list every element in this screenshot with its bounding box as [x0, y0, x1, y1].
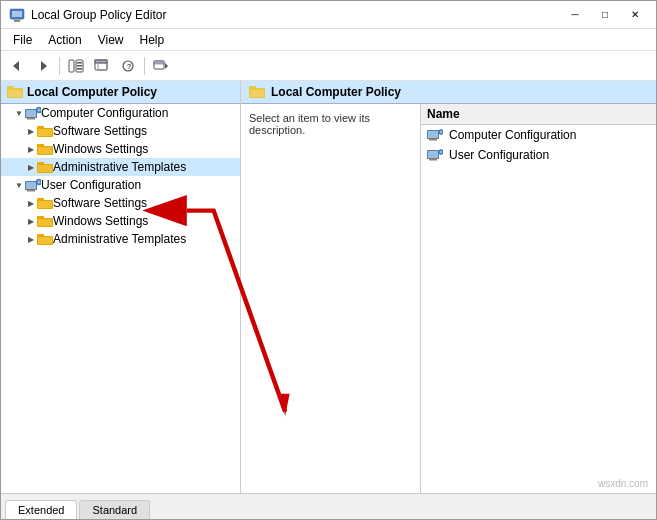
svg-rect-2: [14, 20, 20, 22]
tab-standard[interactable]: Standard: [79, 500, 150, 519]
list-computer-config-label: Computer Configuration: [449, 128, 576, 142]
right-panel-header: Local Computer Policy: [241, 81, 656, 104]
svg-rect-8: [77, 62, 82, 64]
tree-item-user-config[interactable]: ▼ User Configuration: [1, 176, 240, 194]
maximize-button[interactable]: □: [592, 5, 618, 25]
right-body: Select an item to view its description. …: [241, 104, 656, 493]
menu-file[interactable]: File: [5, 31, 40, 49]
software-settings-2-label: Software Settings: [53, 196, 147, 210]
svg-rect-21: [8, 90, 22, 97]
svg-point-60: [440, 131, 442, 133]
expand-icon: ▼: [13, 179, 25, 191]
svg-rect-56: [428, 131, 438, 138]
windows-settings-1-label: Windows Settings: [53, 142, 148, 156]
main-wrapper: Local Computer Policy ▼ Computer Configu…: [1, 81, 656, 519]
forward-button[interactable]: [31, 55, 55, 77]
svg-rect-6: [69, 60, 74, 72]
close-button[interactable]: ✕: [622, 5, 648, 25]
expand-icon: ▶: [25, 215, 37, 227]
svg-rect-48: [38, 219, 52, 226]
tree-item-computer-config[interactable]: ▼ Computer Configuration: [1, 104, 240, 122]
svg-rect-38: [26, 182, 36, 189]
app-icon: [9, 7, 25, 23]
svg-marker-5: [41, 61, 47, 71]
toolbar-separator-2: [144, 57, 145, 75]
title-bar: Local Group Policy Editor ─ □ ✕: [1, 1, 656, 29]
svg-rect-54: [250, 90, 264, 97]
admin-templates-2-label: Administrative Templates: [53, 232, 186, 246]
user-config-label: User Configuration: [41, 178, 141, 192]
toolbar-btn-4[interactable]: [149, 55, 173, 77]
toolbar-btn-3[interactable]: ?: [116, 55, 140, 77]
list-user-config-label: User Configuration: [449, 148, 549, 162]
menu-help[interactable]: Help: [132, 31, 173, 49]
new-window-button[interactable]: [90, 55, 114, 77]
list-panel[interactable]: Name Computer: [421, 104, 656, 493]
svg-rect-3: [12, 19, 22, 20]
tab-extended[interactable]: Extended: [5, 500, 77, 519]
svg-rect-40: [25, 189, 37, 190]
svg-rect-36: [38, 165, 52, 172]
svg-rect-57: [429, 139, 437, 141]
svg-rect-24: [27, 118, 35, 120]
svg-text:?: ?: [127, 63, 131, 70]
svg-rect-13: [98, 63, 107, 70]
expand-icon: ▶: [25, 233, 37, 245]
menu-view[interactable]: View: [90, 31, 132, 49]
expand-icon: ▶: [25, 161, 37, 173]
show-hide-button[interactable]: [64, 55, 88, 77]
svg-rect-62: [428, 151, 438, 158]
description-panel: Select an item to view its description.: [241, 104, 421, 493]
svg-rect-64: [427, 158, 439, 159]
list-column-name: Name: [421, 104, 656, 125]
toolbar-separator-1: [59, 57, 60, 75]
expand-icon: ▶: [25, 197, 37, 209]
expand-icon: ▶: [25, 125, 37, 137]
svg-rect-58: [427, 138, 439, 139]
bottom-tabs: Extended Standard: [1, 493, 656, 519]
svg-marker-18: [165, 63, 168, 69]
svg-rect-10: [77, 68, 82, 70]
software-settings-1-label: Software Settings: [53, 124, 147, 138]
svg-rect-63: [429, 159, 437, 161]
svg-rect-39: [27, 190, 35, 192]
watermark: wsxdn.com: [598, 478, 648, 489]
toolbar: ?: [1, 51, 656, 81]
tree-panel[interactable]: Local Computer Policy ▼ Computer Configu…: [1, 81, 241, 493]
svg-rect-12: [95, 60, 107, 63]
description-text: Select an item to view its description.: [249, 112, 370, 136]
svg-rect-20: [7, 86, 14, 90]
tree-item-admin-templates-2[interactable]: ▶ Administrative Templates: [1, 230, 240, 248]
window-controls: ─ □ ✕: [562, 5, 648, 25]
tree-item-windows-2[interactable]: ▶ Windows Settings: [1, 212, 240, 230]
tree-header: Local Computer Policy: [1, 81, 240, 104]
right-panel: Local Computer Policy Select an item to …: [241, 81, 656, 493]
minimize-button[interactable]: ─: [562, 5, 588, 25]
list-item-computer-config[interactable]: Computer Configuration: [421, 125, 656, 145]
tree-item-admin-templates-1[interactable]: ▶ Administrative Templates: [1, 158, 240, 176]
svg-rect-1: [12, 11, 22, 17]
tree-item-windows-1[interactable]: ▶ Windows Settings: [1, 140, 240, 158]
svg-rect-17: [154, 61, 164, 64]
svg-rect-30: [38, 129, 52, 136]
admin-templates-1-label: Administrative Templates: [53, 160, 186, 174]
svg-rect-51: [38, 237, 52, 244]
menu-bar: File Action View Help: [1, 29, 656, 51]
right-header-label: Local Computer Policy: [271, 85, 401, 99]
windows-settings-2-label: Windows Settings: [53, 214, 148, 228]
svg-rect-23: [26, 110, 36, 117]
svg-rect-25: [25, 117, 37, 118]
svg-rect-53: [249, 86, 256, 90]
tree-header-label: Local Computer Policy: [27, 85, 157, 99]
svg-rect-45: [38, 201, 52, 208]
menu-action[interactable]: Action: [40, 31, 89, 49]
tree-item-software-1[interactable]: ▶ Software Settings: [1, 122, 240, 140]
expand-icon: ▶: [25, 143, 37, 155]
back-button[interactable]: [5, 55, 29, 77]
list-item-user-config[interactable]: User Configuration: [421, 145, 656, 165]
svg-rect-33: [38, 147, 52, 154]
svg-rect-9: [77, 65, 82, 67]
tree-item-software-2[interactable]: ▶ Software Settings: [1, 194, 240, 212]
computer-config-label: Computer Configuration: [41, 106, 168, 120]
window-title: Local Group Policy Editor: [31, 8, 166, 22]
